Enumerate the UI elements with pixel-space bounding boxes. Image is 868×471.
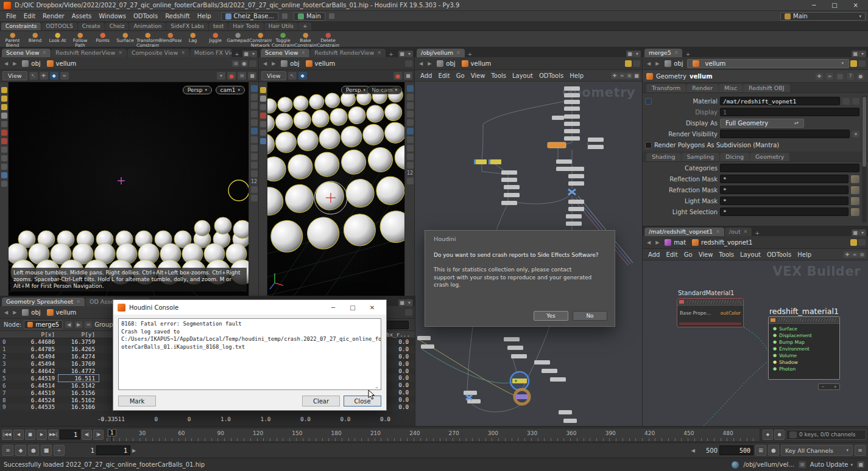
- wireframe-icon[interactable]: [407, 136, 414, 143]
- column-header-px[interactable]: P[x]: [18, 331, 58, 338]
- matnet-menu-item[interactable]: ODTools: [764, 251, 794, 258]
- lock-icon[interactable]: [260, 104, 266, 110]
- path-crumb-obj[interactable]: obj: [278, 60, 302, 68]
- snapshot-icon[interactable]: [407, 178, 414, 184]
- pane-tab[interactable]: merge5×: [644, 49, 682, 57]
- sculpt-tool-icon[interactable]: [1, 104, 7, 110]
- wrench-icon[interactable]: ✚: [611, 72, 618, 79]
- pane-tab[interactable]: /out×: [725, 228, 752, 236]
- light-mask-input[interactable]: *: [720, 197, 849, 205]
- shelf-tab[interactable]: Cheiz: [105, 23, 129, 30]
- lights-icon[interactable]: [407, 162, 414, 169]
- new-tab-button[interactable]: +: [465, 51, 476, 57]
- new-tab-button[interactable]: +: [682, 51, 693, 57]
- subdivision-checkbox[interactable]: [645, 142, 652, 148]
- help-icon[interactable]: ?: [847, 73, 854, 80]
- pin-icon[interactable]: [405, 60, 412, 67]
- pane-menu-icon[interactable]: ▾: [859, 51, 866, 57]
- normals-icon[interactable]: [407, 145, 414, 152]
- wireframe-icon[interactable]: [251, 136, 258, 143]
- pane-tab[interactable]: Motion FX View×: [190, 49, 231, 57]
- playback-options-icon[interactable]: ≡: [2, 445, 13, 456]
- ortho-icon[interactable]: [407, 119, 414, 126]
- shelf-tab[interactable]: Constraints: [1, 23, 41, 30]
- grid-icon[interactable]: [251, 111, 258, 117]
- audio-toggle-icon[interactable]: ●: [774, 430, 785, 440]
- close-tab-icon[interactable]: ×: [181, 50, 185, 55]
- move-tool-icon[interactable]: ✚: [40, 72, 48, 80]
- shelf-tool[interactable]: ● Bake Constraint: [294, 32, 317, 47]
- shelf-tab[interactable]: Create: [78, 23, 105, 30]
- node-list-icon[interactable]: [851, 208, 859, 216]
- matnet-menu-item[interactable]: Add: [645, 251, 663, 258]
- material-input-row[interactable]: ● Bump Map: [769, 339, 839, 346]
- points-display-icon[interactable]: [407, 153, 414, 160]
- keyframe-options-icon[interactable]: +: [54, 445, 65, 456]
- menu-item[interactable]: File: [2, 13, 20, 19]
- pane-tab[interactable]: Scene View×: [2, 49, 51, 57]
- presets-icon[interactable]: ✚: [816, 73, 823, 80]
- menu-item[interactable]: Redshift: [161, 13, 194, 19]
- pane-split-icon[interactable]: ■: [398, 299, 406, 306]
- handles-tool-icon[interactable]: ◆: [298, 72, 307, 80]
- new-tab-button[interactable]: +: [231, 51, 242, 57]
- shading-tab[interactable]: Shading: [646, 153, 681, 161]
- current-frame-field[interactable]: 1: [60, 430, 80, 439]
- color-swatch-icon[interactable]: [625, 60, 632, 67]
- wrench-icon[interactable]: ✚: [844, 251, 851, 258]
- grid-toggle-icon[interactable]: ⊞: [238, 72, 246, 80]
- pose-tool-icon[interactable]: [1, 130, 7, 136]
- close-tab-icon[interactable]: ×: [377, 50, 381, 55]
- shelf-tab[interactable]: test: [209, 23, 228, 30]
- pane-tab[interactable]: Scene View×: [261, 49, 309, 57]
- shelf-tool[interactable]: ● BlendPose: [159, 32, 182, 47]
- network-status-icon[interactable]: [732, 461, 739, 469]
- shade-icon[interactable]: [407, 128, 414, 134]
- shading-tab[interactable]: Dicing: [720, 153, 749, 161]
- parameter-tab[interactable]: Misc: [719, 84, 743, 92]
- node-name-field[interactable]: vellum: [690, 73, 713, 80]
- frame-all-icon[interactable]: [407, 94, 414, 100]
- viewport-3d[interactable]: Persp▾ cam1▾ Left mouse tumbles. Middle …: [9, 82, 249, 296]
- parameter-tab[interactable]: Transform: [646, 84, 686, 92]
- display-input[interactable]: 1: [720, 108, 859, 116]
- path-forward-icon[interactable]: ▶: [11, 61, 18, 66]
- paint-tool-icon[interactable]: [1, 96, 7, 102]
- prev-node-icon[interactable]: ◀: [65, 321, 72, 328]
- close-tab-icon[interactable]: ×: [456, 50, 460, 55]
- scrollbar[interactable]: [862, 96, 867, 223]
- shelf-tool[interactable]: ● Constraints Network: [249, 32, 272, 47]
- points-display-icon[interactable]: [251, 153, 258, 160]
- display-options-icon[interactable]: ■: [248, 72, 256, 80]
- material-input[interactable]: /mat/redshift_vopnet1: [720, 97, 840, 105]
- view-mode-selector[interactable]: View: [2, 71, 27, 80]
- lock-icon[interactable]: [1, 121, 7, 127]
- pane-menu-icon[interactable]: ▾: [406, 299, 413, 306]
- column-header-py[interactable]: P[y]: [58, 331, 99, 338]
- shelf-tool[interactable]: ● Follow Path: [69, 32, 91, 47]
- chevron-down-icon[interactable]: ▾: [852, 131, 859, 138]
- close-tab-icon[interactable]: ×: [76, 299, 80, 304]
- matnet-menu-item[interactable]: View: [696, 251, 716, 258]
- material-input-row[interactable]: ● Environment: [769, 346, 839, 352]
- view-camera-pill[interactable]: cam1▾: [216, 86, 245, 94]
- parameter-tab[interactable]: Redshift OBJ: [743, 84, 789, 92]
- network-menu-item[interactable]: Layout: [509, 72, 536, 79]
- selected-node[interactable]: [548, 142, 566, 148]
- node-list-icon[interactable]: [851, 186, 859, 194]
- range-start-field[interactable]: 1: [96, 445, 130, 455]
- view-toggle-icon[interactable]: [407, 85, 414, 92]
- path-crumb-node[interactable]: vellum: [44, 309, 79, 316]
- grid-view-icon[interactable]: ⊞: [626, 72, 633, 79]
- color-swatch-icon[interactable]: [850, 239, 857, 246]
- pane-tab[interactable]: Redshift RenderView×: [310, 49, 386, 57]
- pin-icon[interactable]: [858, 239, 866, 246]
- node-chooser-icon[interactable]: [852, 98, 859, 105]
- pane-tab[interactable]: /mat/redshift_vopnet1×: [644, 228, 724, 236]
- pane-tab[interactable]: Composite View×: [127, 49, 189, 57]
- shelf-tab[interactable]: SideFX Labs: [166, 23, 208, 30]
- network-menu-item[interactable]: Help: [566, 72, 587, 79]
- shelf-tool[interactable]: ● Look At: [46, 32, 69, 47]
- previous-frame-button[interactable]: ◀: [13, 430, 24, 440]
- scoped-channels-icon[interactable]: ≡: [855, 445, 866, 456]
